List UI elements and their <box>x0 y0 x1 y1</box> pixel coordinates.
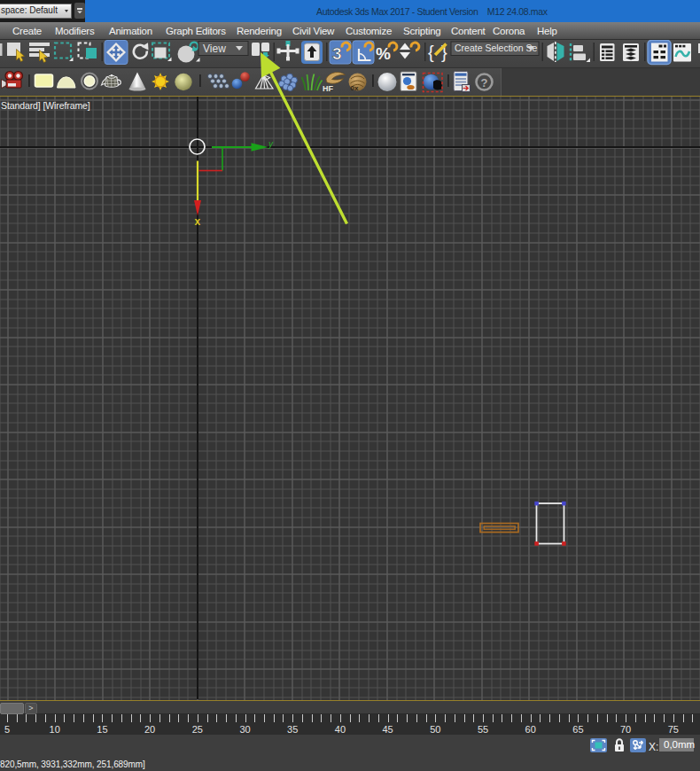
svg-text:y: y <box>268 139 274 149</box>
svg-text:x: x <box>195 215 201 228</box>
